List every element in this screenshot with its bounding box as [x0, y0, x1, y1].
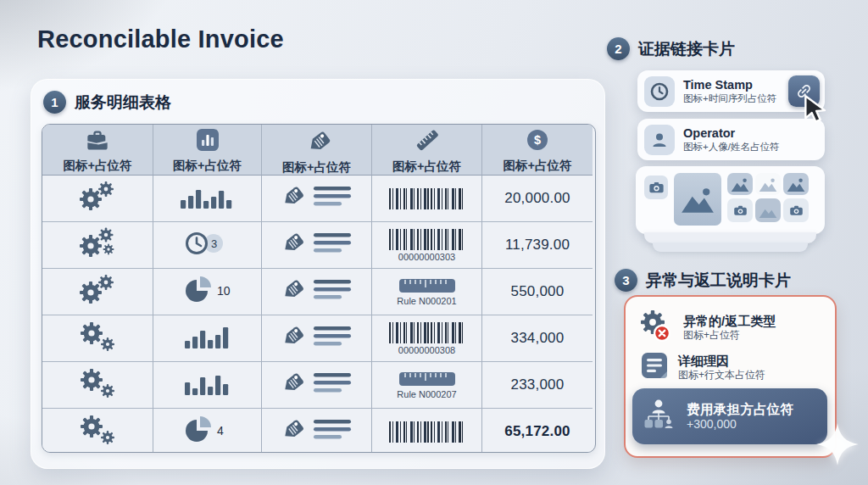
briefcase-icon	[86, 130, 109, 154]
amount-cell: 11,739.00	[482, 222, 593, 269]
amount-cell: 65,172.00	[482, 409, 593, 453]
column-header-label: 图标+占位符	[392, 159, 461, 175]
section1-header: 1 服务明细表格	[43, 91, 171, 114]
svg-text:10: 10	[217, 284, 231, 298]
quantity-cell: 4	[153, 409, 262, 453]
section1-badge: 1	[43, 91, 66, 114]
tag-lines-icon	[278, 415, 356, 449]
quantity-cell	[153, 362, 262, 409]
column-header-label: 图标+占位符	[64, 158, 132, 174]
tag-cell	[262, 315, 372, 362]
tag-lines-icon	[278, 275, 356, 309]
code-cell: Rule N000201	[372, 269, 482, 315]
person-icon	[644, 125, 675, 155]
image-icon[interactable]	[727, 173, 753, 195]
table-row: 3 0000000030311,739.00	[42, 222, 595, 269]
tools-cell	[42, 409, 153, 453]
evidence-gallery-card[interactable]	[636, 166, 825, 234]
time-stamp-card[interactable]: Time Stamp 图标+时间序列占位符	[637, 70, 825, 112]
column-header: 图标+占位符	[372, 125, 482, 176]
tools-cell	[42, 222, 153, 269]
pie-count-icon: 10	[181, 275, 234, 309]
column-header: 图标+占位符	[262, 125, 372, 176]
org-chart-icon	[641, 397, 676, 436]
operator-subtitle: 图标+人像/姓名占位符	[683, 141, 779, 153]
detail-reason-subtitle: 图标+行文本占位符	[678, 369, 765, 382]
quantity-cell	[153, 315, 262, 362]
barcode	[389, 322, 465, 343]
pie-count-icon: 4	[181, 415, 234, 449]
tag-lines-icon	[278, 228, 356, 262]
image-icon[interactable]	[755, 198, 781, 222]
quantity-cell	[153, 176, 262, 222]
bar-chart-icon	[185, 324, 231, 353]
code-cell	[372, 176, 482, 222]
barcode-label: 00000000303	[398, 252, 455, 262]
barcode-label: 00000000308	[398, 345, 455, 355]
section3-badge: 3	[615, 269, 637, 292]
cost-bearer-pill[interactable]: 费用承担方占位符 +300,000	[632, 388, 827, 444]
amount-value: 11,739.00	[505, 237, 570, 254]
gears-icon	[74, 272, 121, 311]
section2-header: 2 证据链接卡片	[607, 37, 735, 60]
column-header: 图标+占位符	[153, 125, 262, 176]
tools-cell	[42, 176, 153, 222]
tools-cell	[42, 269, 153, 315]
amount-value: 65,172.00	[504, 423, 570, 440]
exception-type-subtitle: 图标+占位符	[683, 329, 776, 342]
tag-cell	[262, 362, 372, 409]
ruler-icon	[415, 128, 439, 155]
service-table-header-row: 图标+占位符图标+占位符 图标+占位符图标+占位符$图标+占位符	[42, 125, 595, 176]
image-icon[interactable]	[783, 173, 809, 195]
tools-cell	[42, 362, 153, 409]
amount-cell: 334,000	[482, 315, 593, 362]
section3-header: 3 异常与返工说明卡片	[615, 269, 791, 292]
code-cell: Rule N000207	[372, 362, 482, 409]
card-stack-layer	[653, 242, 808, 252]
camera-icon[interactable]	[644, 176, 668, 199]
note-icon	[639, 350, 670, 384]
tag-lines-icon	[278, 368, 356, 402]
operator-card[interactable]: Operator 图标+人像/姓名占位符	[637, 119, 825, 160]
table-row: 4 65,172.00	[42, 409, 595, 453]
quantity-cell: 3	[153, 222, 262, 269]
exception-card[interactable]: 异常的/返工类型 图标+占位符 详细理因 图标+行文本占位符 费用承担方占位符 …	[624, 295, 837, 458]
column-header-label: 图标+占位符	[504, 158, 572, 174]
section1-title: 服务明细表格	[75, 92, 171, 114]
tag-lines-icon	[278, 321, 356, 355]
canvas: Reconcilable Invoice 1 服务明细表格 图标+占位符图标+占…	[0, 0, 868, 485]
clock-icon	[644, 76, 675, 107]
column-header-label: 图标+占位符	[173, 158, 242, 174]
service-table-panel: 1 服务明细表格 图标+占位符图标+占位符 图标+占位符图标+占位符$图标+占位…	[31, 79, 605, 469]
amount-cell: 20,000.00	[482, 176, 593, 222]
exception-type-title: 异常的/返工类型	[683, 314, 776, 329]
camera-icon[interactable]	[783, 198, 809, 222]
barcode	[389, 188, 465, 209]
cost-bearer-value: +300,000	[687, 417, 793, 432]
rule-label: Rule N000201	[397, 296, 456, 306]
link-button[interactable]	[788, 75, 820, 107]
amount-value: 233,000	[511, 376, 565, 393]
table-row: Rule N000207233,000	[42, 362, 595, 409]
amount-value: 20,000.00	[504, 190, 570, 207]
exception-type-item: 异常的/返工类型 图标+占位符	[636, 307, 776, 348]
operator-title: Operator	[683, 126, 779, 141]
column-header-label: 图标+占位符	[282, 159, 351, 176]
tag-lines-icon	[278, 181, 356, 215]
amount-cell: 233,000	[482, 362, 593, 409]
barcode	[389, 229, 465, 250]
bar-chart-icon	[185, 371, 231, 399]
time-stamp-title: Time Stamp	[683, 78, 776, 92]
tag-cell	[262, 176, 372, 222]
table-row: 00000000308334,000	[42, 315, 595, 362]
image-icon[interactable]	[755, 173, 781, 195]
gears-icon	[74, 179, 121, 218]
tools-cell	[42, 315, 153, 362]
barcode	[389, 421, 465, 443]
page-title: Reconcilable Invoice	[37, 25, 284, 53]
cost-bearer-title: 费用承担方占位符	[687, 401, 793, 417]
svg-text:3: 3	[210, 237, 216, 250]
image-icon[interactable]	[674, 173, 721, 226]
quantity-cell: 10	[153, 269, 262, 315]
camera-icon[interactable]	[727, 198, 753, 222]
